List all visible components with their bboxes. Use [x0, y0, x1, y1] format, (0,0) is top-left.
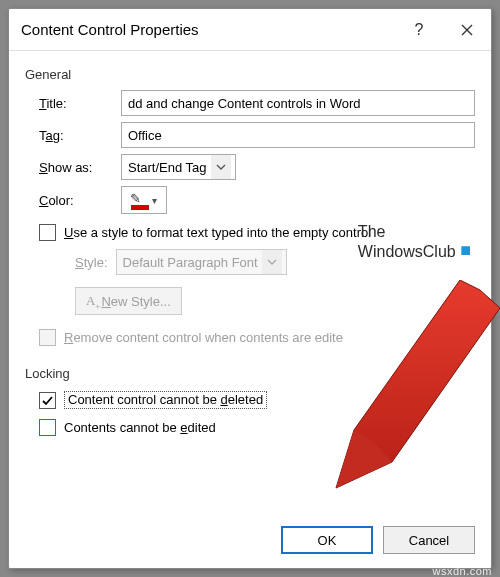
tag-row: Tag:: [39, 122, 475, 148]
use-style-label: Use a style to format text typed into th…: [64, 225, 371, 240]
style-combo: Default Paragraph Font: [116, 249, 287, 275]
general-group-label: General: [25, 67, 475, 82]
dialog-title: Content Control Properties: [21, 21, 395, 38]
style-label: Style:: [75, 255, 108, 270]
cannot-edit-label: Contents cannot be edited: [64, 420, 216, 435]
dialog-window: Content Control Properties ? General Tit…: [8, 8, 492, 569]
new-style-icon: A: [86, 293, 95, 309]
title-field[interactable]: [121, 90, 475, 116]
chevron-down-icon: ▾: [152, 195, 157, 206]
pencil-icon: ✎: [130, 191, 141, 206]
locking-group-label: Locking: [25, 366, 475, 381]
tag-field[interactable]: [121, 122, 475, 148]
button-bar: OK Cancel: [281, 526, 475, 554]
footer-url: wsxdn.com: [432, 565, 492, 577]
cannot-edit-checkbox[interactable]: [39, 419, 56, 436]
color-label: Color:: [39, 193, 121, 208]
color-picker[interactable]: ✎ ▾: [121, 186, 167, 214]
title-label: Title:: [39, 96, 121, 111]
remove-row: Remove content control when contents are…: [39, 329, 475, 346]
cannot-delete-row: Content control cannot be deleted: [39, 391, 475, 409]
style-value: Default Paragraph Font: [123, 255, 258, 270]
close-button[interactable]: [443, 9, 491, 51]
new-style-button: A New Style...: [75, 287, 182, 315]
dialog-content: General Title: Tag: Show as: Start/End T…: [9, 51, 491, 436]
remove-label: Remove content control when contents are…: [64, 330, 343, 345]
titlebar: Content Control Properties ?: [9, 9, 491, 51]
remove-checkbox: [39, 329, 56, 346]
cannot-edit-row: Contents cannot be edited: [39, 419, 475, 436]
showas-combo[interactable]: Start/End Tag: [121, 154, 236, 180]
use-style-checkbox[interactable]: [39, 224, 56, 241]
cannot-delete-checkbox[interactable]: [39, 392, 56, 409]
title-row: Title:: [39, 90, 475, 116]
use-style-row: Use a style to format text typed into th…: [39, 224, 475, 241]
showas-row: Show as: Start/End Tag: [39, 154, 475, 180]
showas-label: Show as:: [39, 160, 121, 175]
chevron-down-icon: [262, 250, 282, 274]
check-icon: [41, 394, 54, 407]
cannot-delete-label: Content control cannot be deleted: [64, 391, 267, 409]
showas-value: Start/End Tag: [128, 160, 207, 175]
color-row: Color: ✎ ▾: [39, 186, 475, 214]
style-row: Style: Default Paragraph Font: [75, 249, 475, 275]
close-icon: [461, 24, 473, 36]
color-swatch-icon: ✎: [131, 205, 149, 210]
tag-label: Tag:: [39, 128, 121, 143]
help-button[interactable]: ?: [395, 9, 443, 51]
chevron-down-icon: [211, 155, 231, 179]
ok-button[interactable]: OK: [281, 526, 373, 554]
cancel-button[interactable]: Cancel: [383, 526, 475, 554]
new-style-label: New Style...: [101, 294, 170, 309]
